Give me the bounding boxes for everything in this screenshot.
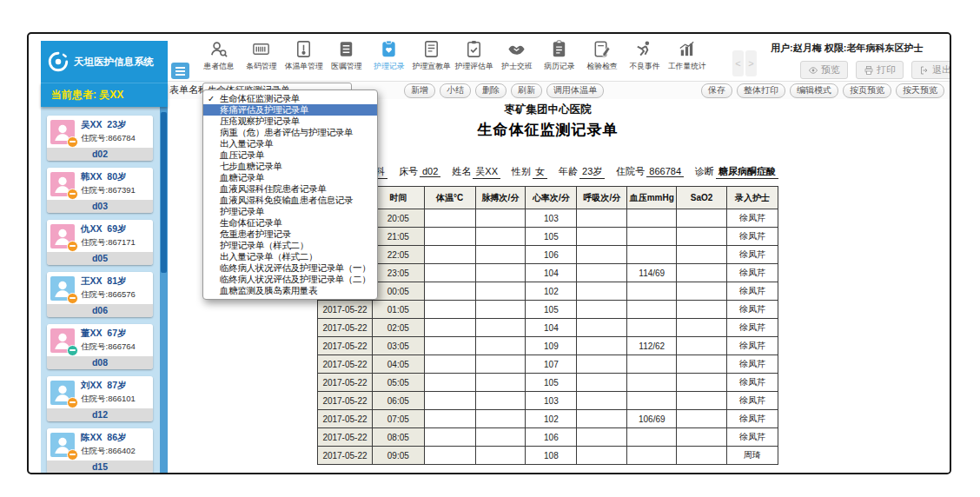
toolbar-item-patient-info[interactable]: 患者信息 (197, 39, 240, 72)
table-cell[interactable]: 106/69 (627, 410, 677, 428)
table-cell[interactable] (577, 447, 627, 465)
table-cell[interactable] (424, 319, 475, 337)
table-cell[interactable]: 2017-05-22 (318, 355, 373, 374)
table-cell[interactable] (577, 392, 627, 410)
table-cell[interactable] (627, 319, 677, 337)
exit-button[interactable]: 退出 (911, 61, 951, 79)
table-cell[interactable] (475, 246, 526, 264)
record-action-button[interactable]: 调用体温单 (546, 83, 604, 98)
table-cell[interactable] (627, 428, 677, 447)
table-cell[interactable] (627, 301, 677, 319)
table-cell[interactable]: 21:05 (372, 228, 424, 246)
table-cell[interactable] (627, 246, 677, 264)
menu-item[interactable]: 血液风湿科住院患者记录单 (203, 183, 377, 195)
menu-item[interactable]: 出入量记录单 (203, 138, 377, 149)
view-action-button[interactable]: 编辑模式 (790, 83, 838, 98)
table-cell[interactable] (577, 428, 627, 447)
view-action-button[interactable]: 按天预览 (896, 83, 944, 98)
view-action-button[interactable]: 整体打印 (737, 83, 785, 98)
toolbar-item-education-doc[interactable]: 护理宣教单 (410, 39, 453, 72)
table-cell[interactable] (475, 228, 526, 246)
menu-item[interactable]: 疼痛评估及护理记录单 (203, 104, 377, 116)
table-cell[interactable]: 02:05 (372, 319, 424, 337)
table-cell[interactable]: 03:05 (372, 337, 424, 355)
toolbar-next-button[interactable]: > (745, 50, 757, 76)
table-cell[interactable]: 00:05 (372, 282, 424, 301)
table-cell[interactable]: 2017-05-22 (318, 301, 373, 319)
toolbar-item-nursing-record[interactable]: 护理记录 (368, 39, 410, 72)
table-cell[interactable] (577, 337, 627, 355)
table-cell[interactable] (475, 209, 526, 228)
table-cell[interactable] (577, 228, 627, 246)
table-cell[interactable] (577, 264, 627, 282)
table-cell[interactable] (677, 246, 727, 264)
toolbar-item-lab-test[interactable]: 检验检查 (580, 39, 623, 72)
menu-item[interactable]: 血糖记录单 (203, 172, 377, 183)
table-cell[interactable]: 徐凤芹 (727, 428, 778, 447)
table-cell[interactable]: 2017-05-22 (318, 319, 373, 337)
menu-item[interactable]: 病重（危）患者评估与护理记录单 (203, 127, 377, 138)
menu-item[interactable]: 七步血糖记录单 (203, 161, 377, 172)
table-cell[interactable] (677, 428, 727, 447)
table-cell[interactable] (677, 209, 727, 228)
table-cell[interactable]: 2017-05-22 (318, 374, 373, 392)
menu-item[interactable]: 临终病人状况评估及护理记录单（一） (203, 262, 377, 274)
table-cell[interactable] (677, 301, 727, 319)
table-cell[interactable] (677, 355, 727, 374)
table-cell[interactable]: 2017-05-22 (318, 428, 373, 447)
table-cell[interactable]: 徐凤芹 (727, 282, 778, 301)
table-cell[interactable] (627, 392, 677, 410)
table-cell[interactable] (577, 246, 627, 264)
table-cell[interactable] (677, 392, 727, 410)
table-cell[interactable]: 09:05 (372, 447, 424, 465)
table-cell[interactable] (424, 282, 475, 301)
table-cell[interactable]: 徐凤芹 (727, 301, 778, 319)
sidebar-scrollbar-thumb[interactable] (161, 112, 167, 273)
table-cell[interactable] (577, 301, 627, 319)
menu-item[interactable]: 出入量记录单（样式二） (203, 251, 377, 262)
record-action-button[interactable]: 删除 (475, 83, 507, 98)
table-cell[interactable] (627, 282, 677, 301)
table-cell[interactable]: 23:05 (372, 264, 424, 282)
table-cell[interactable]: 07:05 (372, 410, 424, 428)
menu-item[interactable]: 血压记录单 (203, 149, 377, 161)
table-cell[interactable] (475, 301, 526, 319)
patient-card[interactable]: 仇XX 69岁住院号:867171d05 (47, 220, 153, 265)
menu-item[interactable]: 危重患者护理记录 (203, 229, 377, 240)
table-cell[interactable] (627, 209, 677, 228)
table-cell[interactable] (424, 301, 475, 319)
patient-card[interactable]: 韩XX 80岁住院号:867391d03 (47, 168, 153, 213)
eye-button[interactable]: 预览 (800, 61, 848, 79)
menu-item[interactable]: 压疮观察护理记录单 (203, 116, 377, 127)
table-cell[interactable]: 2017-05-22 (318, 392, 373, 410)
table-cell[interactable] (424, 392, 475, 410)
table-cell[interactable]: 108 (526, 447, 577, 465)
menu-item[interactable]: 护理记录单（样式二） (203, 240, 377, 251)
table-cell[interactable]: 106 (526, 246, 577, 264)
printer-button[interactable]: 打印 (856, 61, 904, 79)
table-cell[interactable] (475, 392, 526, 410)
table-cell[interactable]: 徐凤芹 (727, 246, 778, 264)
table-cell[interactable]: 102 (526, 410, 577, 428)
table-cell[interactable]: 徐凤芹 (727, 209, 778, 228)
table-cell[interactable]: 109 (526, 337, 577, 355)
table-cell[interactable] (627, 355, 677, 374)
table-cell[interactable] (677, 447, 727, 465)
table-cell[interactable]: 徐凤芹 (727, 355, 778, 374)
table-cell[interactable] (475, 319, 526, 337)
table-cell[interactable] (627, 374, 677, 392)
table-cell[interactable]: 徐凤芹 (727, 410, 778, 428)
table-cell[interactable]: 112/62 (627, 337, 677, 355)
table-cell[interactable] (475, 447, 526, 465)
toolbar-item-stats-chart[interactable]: 工作量统计 (665, 39, 708, 72)
table-cell[interactable] (475, 282, 526, 301)
table-cell[interactable]: 徐凤芹 (727, 228, 778, 246)
table-cell[interactable] (677, 410, 727, 428)
patient-card[interactable]: 刘XX 87岁住院号:866101d12 (47, 376, 153, 421)
table-cell[interactable]: 周琦 (727, 447, 778, 465)
toolbar-item-adverse-event[interactable]: 不良事件 (623, 39, 665, 72)
table-cell[interactable]: 105 (526, 228, 577, 246)
table-cell[interactable]: 114/69 (627, 264, 677, 282)
toolbar-item-handover-hands[interactable]: 护士交班 (495, 39, 538, 72)
table-cell[interactable]: 22:05 (372, 246, 424, 264)
